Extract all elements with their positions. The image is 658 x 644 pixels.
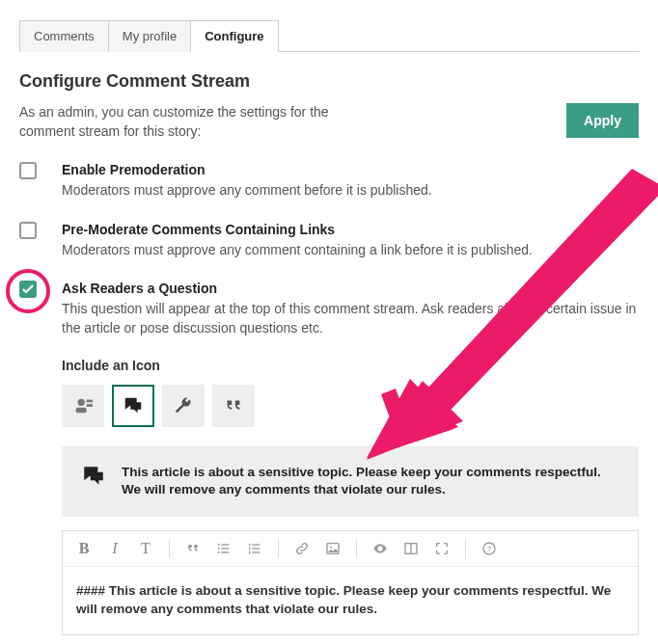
svg-rect-1 — [76, 407, 87, 413]
setting-premoderation-desc: Moderators must approve any comment befo… — [62, 181, 639, 201]
toolbar-separator — [465, 539, 466, 558]
checkbox-ask-question[interactable] — [19, 281, 37, 298]
question-preview: This article is about a sensitive topic.… — [62, 446, 639, 518]
toolbar-link[interactable] — [292, 539, 312, 558]
svg-point-4 — [218, 544, 220, 546]
svg-text:?: ? — [487, 546, 492, 554]
apply-button[interactable]: Apply — [566, 103, 639, 138]
setting-premod-links-desc: Moderators must approve any comment cont… — [62, 241, 639, 260]
svg-rect-13 — [249, 544, 250, 547]
icon-choice-chat[interactable] — [112, 385, 154, 427]
tab-configure[interactable]: Configure — [191, 20, 278, 52]
svg-point-17 — [330, 547, 332, 549]
svg-rect-12 — [252, 552, 260, 553]
include-icon-label: Include an Icon — [62, 358, 639, 373]
intro-text: As an admin, you can customize the setti… — [19, 103, 367, 141]
text-editor: B I T — [62, 530, 639, 635]
toolbar-preview[interactable] — [370, 539, 390, 558]
toolbar-separator — [169, 539, 170, 558]
svg-point-8 — [218, 551, 220, 553]
page-title: Configure Comment Stream — [19, 71, 639, 92]
icon-choice-quote[interactable] — [212, 385, 255, 427]
svg-rect-5 — [221, 545, 229, 546]
setting-premoderation: Enable Premoderation Moderators must app… — [19, 162, 639, 201]
toolbar-separator — [356, 539, 357, 558]
toolbar-side-by-side[interactable] — [401, 539, 421, 558]
icon-choice-person[interactable] — [62, 385, 104, 427]
tab-comments[interactable]: Comments — [19, 20, 109, 52]
svg-point-6 — [218, 548, 220, 550]
quote-icon — [223, 395, 244, 416]
toolbar-separator — [278, 539, 279, 558]
preview-text: This article is about a sensitive topic.… — [122, 464, 619, 500]
tab-bar: Comments My profile Configure — [19, 19, 639, 52]
setting-premod-links: Pre-Moderate Comments Containing Links M… — [19, 222, 639, 260]
tab-my-profile[interactable]: My profile — [109, 20, 191, 52]
svg-rect-2 — [87, 399, 93, 402]
icon-choices — [62, 385, 639, 427]
svg-rect-11 — [252, 549, 260, 550]
editor-toolbar: B I T — [63, 531, 638, 567]
editor-content[interactable]: #### This article is about a sensitive t… — [63, 567, 638, 634]
setting-premoderation-title: Enable Premoderation — [62, 162, 639, 177]
toolbar-text[interactable]: T — [136, 539, 155, 558]
chat-icon — [123, 395, 144, 416]
wrench-icon — [173, 395, 194, 416]
svg-rect-9 — [221, 552, 229, 553]
toolbar-list-ul[interactable] — [214, 539, 233, 558]
checkbox-premoderation[interactable] — [19, 162, 37, 179]
svg-rect-3 — [87, 404, 93, 407]
svg-rect-14 — [249, 548, 250, 550]
setting-ask-question-title: Ask Readers a Question — [62, 281, 639, 296]
person-icon — [72, 395, 94, 416]
svg-rect-15 — [249, 551, 250, 554]
svg-rect-7 — [221, 549, 229, 550]
chat-icon — [81, 464, 106, 489]
svg-point-0 — [78, 398, 85, 405]
icon-choice-wrench[interactable] — [162, 385, 205, 427]
checkbox-premod-links[interactable] — [19, 222, 37, 239]
setting-ask-question: Ask Readers a Question This question wil… — [19, 281, 639, 635]
toolbar-help[interactable]: ? — [480, 539, 499, 558]
toolbar-image[interactable] — [323, 539, 343, 558]
toolbar-bold[interactable]: B — [74, 539, 94, 558]
setting-ask-question-desc: This question will appear at the top of … — [62, 300, 639, 337]
toolbar-list-ol[interactable] — [245, 539, 264, 558]
toolbar-quote[interactable] — [183, 539, 203, 558]
setting-premod-links-title: Pre-Moderate Comments Containing Links — [62, 222, 639, 237]
intro-row: As an admin, you can customize the setti… — [19, 103, 639, 141]
toolbar-italic[interactable]: I — [105, 539, 124, 558]
svg-rect-10 — [252, 545, 260, 546]
toolbar-fullscreen[interactable] — [432, 539, 452, 558]
